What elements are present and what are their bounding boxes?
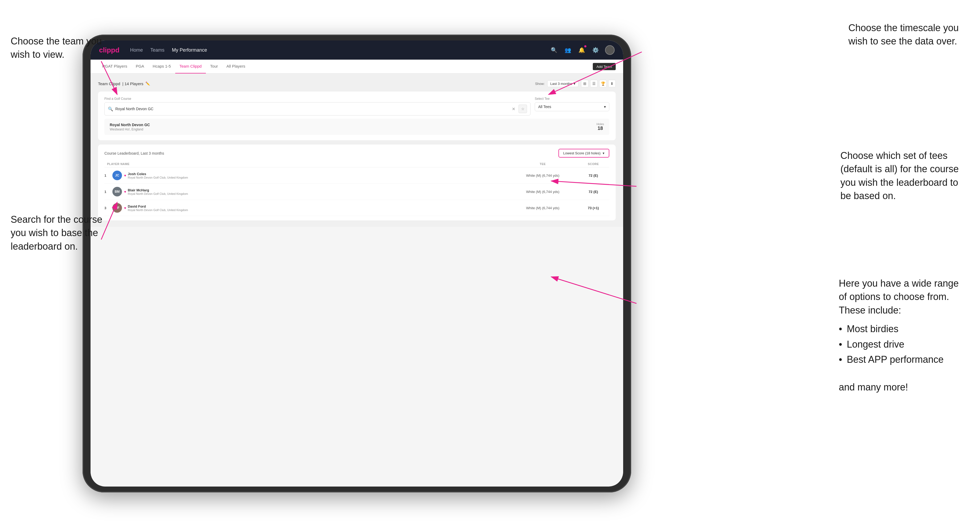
- heart-icon: ♥: [124, 173, 126, 178]
- find-course-label: Find a Golf Course: [104, 97, 530, 101]
- list-item: Longest drive: [839, 337, 959, 352]
- avatar: JC: [112, 171, 122, 180]
- settings-icon[interactable]: ⚙️: [591, 46, 600, 54]
- navbar: clippd Home Teams My Performance 🔍 👥 🔔 ⚙…: [91, 40, 623, 60]
- player-rank: 1: [104, 173, 112, 178]
- course-search-input[interactable]: [115, 107, 510, 111]
- options-list: Most birdies Longest drive Best APP perf…: [839, 321, 959, 367]
- view-icons: ⊞ ☰ 🏆 ⬇: [581, 80, 616, 87]
- player-info: Josh Coles Royal North Devon Golf Club, …: [128, 172, 508, 179]
- chevron-down-icon: ▾: [574, 82, 576, 86]
- course-search-field: Find a Golf Course 🔍 ✕ ☆: [104, 97, 530, 116]
- navbar-icons: 🔍 👥 🔔 ⚙️: [550, 45, 615, 55]
- notification-icon[interactable]: 🔔: [578, 46, 586, 54]
- search-row: Find a Golf Course 🔍 ✕ ☆ Select Tee All …: [104, 97, 609, 116]
- course-info: Royal North Devon GC Westward Ho!, Engla…: [110, 123, 150, 131]
- player-info: Blair McHarg Royal North Devon Golf Club…: [128, 188, 508, 195]
- select-tee-label: Select Tee: [535, 97, 609, 101]
- leaderboard-header: Course Leaderboard, Last 3 months Lowest…: [104, 149, 609, 157]
- add-team-button[interactable]: Add Team: [593, 63, 616, 70]
- player-rank: 1: [104, 190, 112, 194]
- main-content: Team Clippd | 14 Players ✏️ Show: Last 3…: [91, 73, 623, 227]
- player-club: Royal North Devon Golf Club, United King…: [128, 192, 508, 195]
- table-row: 1 JC ♥ Josh Coles Royal North Devon Golf…: [104, 167, 609, 184]
- annotation-top-right: Choose the timescale you wish to see the…: [848, 21, 959, 48]
- clear-button[interactable]: ✕: [512, 106, 515, 111]
- player-score: 72 (E): [578, 173, 609, 178]
- leaderboard-title: Course Leaderboard, Last 3 months: [104, 151, 164, 156]
- search-icon: 🔍: [108, 106, 113, 111]
- tee-select-dropdown[interactable]: All Tees ▾: [535, 102, 609, 111]
- tab-team-clippd[interactable]: Team Clippd: [175, 60, 206, 73]
- annotation-left-search: Search for the course you wish to base t…: [11, 213, 102, 253]
- show-dropdown[interactable]: Last 3 months ▾: [547, 80, 578, 87]
- heart-icon: ♥: [124, 190, 126, 194]
- player-rank: 3: [104, 206, 112, 210]
- player-club: Royal North Devon Golf Club, United King…: [128, 208, 508, 211]
- annotation-top-left: Choose the team you wish to view.: [11, 35, 102, 62]
- course-result: Royal North Devon GC Westward Ho!, Engla…: [104, 119, 609, 135]
- avatar[interactable]: [605, 45, 615, 55]
- tab-all-players[interactable]: All Players: [222, 60, 250, 73]
- avatar: DF: [112, 203, 122, 213]
- player-tee: White (M) (6,744 yds): [508, 206, 578, 210]
- search-input-wrap: 🔍 ✕ ☆: [104, 102, 530, 116]
- player-name: David Ford: [128, 205, 508, 208]
- sub-nav: PGAT Players PGA Hcaps 1-5 Team Clippd T…: [91, 60, 623, 73]
- course-location: Westward Ho!, England: [110, 127, 150, 131]
- tablet-screen: clippd Home Teams My Performance 🔍 👥 🔔 ⚙…: [91, 40, 623, 487]
- team-title: Team Clippd | 14 Players ✏️: [98, 81, 150, 86]
- course-name: Royal North Devon GC: [110, 123, 150, 127]
- nav-home[interactable]: Home: [130, 48, 143, 53]
- search-icon[interactable]: 🔍: [550, 46, 558, 54]
- edit-icon[interactable]: ✏️: [145, 81, 150, 86]
- favorite-button[interactable]: ☆: [519, 105, 527, 113]
- table-row: 3 DF ♥ David Ford Royal North Devon Golf…: [104, 200, 609, 216]
- tab-hcaps[interactable]: Hcaps 1-5: [148, 60, 175, 73]
- grid-view-button[interactable]: ⊞: [581, 80, 589, 87]
- holes-number: 18: [597, 125, 604, 131]
- navbar-links: Home Teams My Performance: [130, 48, 550, 53]
- tab-pga[interactable]: PGA: [132, 60, 149, 73]
- player-tee: White (M) (6,744 yds): [508, 173, 578, 178]
- table-row: 1 BM ♥ Blair McHarg Royal North Devon Go…: [104, 184, 609, 200]
- list-item: Best APP performance: [839, 352, 959, 367]
- people-icon[interactable]: 👥: [563, 46, 572, 54]
- search-section: Find a Golf Course 🔍 ✕ ☆ Select Tee All …: [98, 92, 616, 140]
- list-item: Most birdies: [839, 321, 959, 337]
- col-player-name: PLAYER NAME: [104, 162, 508, 165]
- col-tee: TEE: [508, 162, 578, 165]
- player-score: 72 (E): [578, 190, 609, 194]
- score-type-button[interactable]: Lowest Score (18 holes) ▾: [558, 149, 609, 157]
- tee-field: Select Tee All Tees ▾: [535, 97, 609, 116]
- download-button[interactable]: ⬇: [608, 80, 616, 87]
- heart-icon: ♥: [124, 206, 126, 210]
- show-label: Show:: [535, 82, 545, 86]
- app-logo: clippd: [99, 46, 119, 54]
- holes-badge: Holes 18: [597, 122, 604, 131]
- tab-tour[interactable]: Tour: [206, 60, 222, 73]
- annotation-middle-right: Choose which set of tees (default is all…: [840, 149, 959, 203]
- chevron-down-icon: ▾: [603, 151, 605, 155]
- nav-my-performance[interactable]: My Performance: [172, 48, 207, 53]
- team-header: Team Clippd | 14 Players ✏️ Show: Last 3…: [98, 80, 616, 87]
- list-view-button[interactable]: ☰: [590, 80, 598, 87]
- leaderboard-section: Course Leaderboard, Last 3 months Lowest…: [98, 144, 616, 221]
- annotation-right-options: Here you have a wide range of options to…: [839, 277, 959, 394]
- col-score: SCORE: [578, 162, 609, 165]
- tablet-frame: clippd Home Teams My Performance 🔍 👥 🔔 ⚙…: [83, 35, 631, 492]
- player-club: Royal North Devon Golf Club, United King…: [128, 176, 508, 179]
- show-controls: Show: Last 3 months ▾ ⊞ ☰ 🏆 ⬇: [535, 80, 616, 87]
- tab-pgat-players[interactable]: PGAT Players: [98, 60, 132, 73]
- player-count: | 14 Players: [122, 81, 143, 86]
- team-name: Team Clippd: [98, 81, 120, 86]
- trophy-view-button[interactable]: 🏆: [599, 80, 607, 87]
- avatar: BM: [112, 187, 122, 197]
- player-name: Josh Coles: [128, 172, 508, 176]
- nav-teams[interactable]: Teams: [151, 48, 165, 53]
- chevron-down-icon: ▾: [604, 105, 606, 109]
- player-name: Blair McHarg: [128, 188, 508, 192]
- leaderboard-columns: PLAYER NAME TEE SCORE: [104, 161, 609, 167]
- holes-label: Holes: [597, 122, 604, 125]
- player-tee: White (M) (6,744 yds): [508, 190, 578, 194]
